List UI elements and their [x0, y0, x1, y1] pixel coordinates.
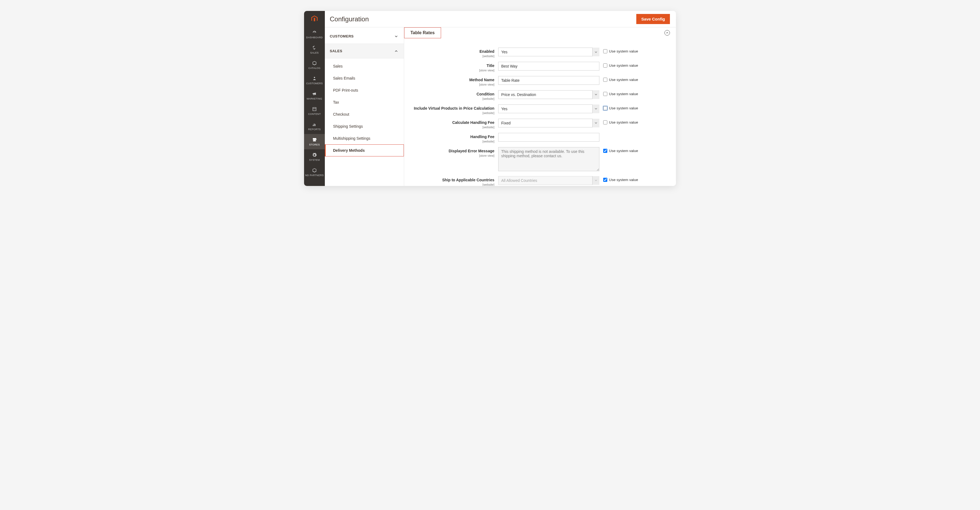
use-system-checkbox-wrap[interactable]: Use system value	[603, 147, 638, 153]
use-system-checkbox-wrap[interactable]: Use system value	[603, 62, 638, 67]
rail-label: REPORTS	[308, 128, 321, 131]
scope-text: [store view]	[407, 83, 495, 86]
title-input[interactable]	[498, 62, 600, 70]
rail-marketing[interactable]: MARKETING	[304, 88, 325, 104]
scope-text: [store view]	[407, 154, 495, 158]
tab-customers[interactable]: CUSTOMERS	[325, 29, 404, 44]
config-tabs: CUSTOMERS SALES Sales Sales Emails PDF P…	[325, 27, 404, 186]
scope-text: [website]	[407, 111, 495, 115]
layout-icon	[312, 107, 317, 112]
use-system-label: Use system value	[609, 49, 638, 53]
subtab-shipping-settings[interactable]: Shipping Settings	[325, 120, 404, 132]
include-virtual-select[interactable]: Yes	[498, 104, 600, 113]
field-row-calc-handling: Calculate Handling Fee [website] Fixed U…	[407, 119, 670, 129]
rail-label: ND PARTNERS	[305, 174, 324, 177]
field-control	[498, 147, 600, 172]
rail-label: DASHBOARD	[306, 36, 323, 39]
label-text: Method Name	[469, 78, 495, 82]
rail-stores[interactable]: STORES	[304, 134, 325, 149]
use-system-checkbox[interactable]	[603, 92, 607, 96]
field-control	[498, 76, 600, 85]
sales-subtabs: Sales Sales Emails PDF Print-outs Tax Ch…	[325, 59, 404, 158]
subtab-sales-emails[interactable]: Sales Emails	[325, 72, 404, 84]
rail-content[interactable]: CONTENT	[304, 104, 325, 119]
label-text: Condition	[477, 92, 495, 96]
use-system-checkbox[interactable]	[603, 64, 607, 67]
subtab-sales[interactable]: Sales	[325, 60, 404, 72]
use-system-checkbox[interactable]	[603, 49, 607, 53]
use-system-checkbox-wrap[interactable]: Use system value	[603, 119, 638, 124]
subtab-checkout[interactable]: Checkout	[325, 108, 404, 120]
admin-rail: DASHBOARD SALES CATALOG CUSTOMERS MARKET…	[304, 11, 325, 186]
use-system-label: Use system value	[609, 64, 638, 67]
handling-fee-input[interactable]	[498, 133, 600, 142]
field-row-handling-fee: Handling Fee [website]	[407, 133, 670, 143]
field-control: Price vs. Destination	[498, 90, 600, 99]
svg-marker-1	[313, 18, 315, 22]
rail-customers[interactable]: CUSTOMERS	[304, 73, 325, 88]
enabled-select[interactable]: Yes	[498, 48, 600, 56]
method-name-input[interactable]	[498, 76, 600, 85]
field-row-include-virtual: Include Virtual Products in Price Calcul…	[407, 104, 670, 115]
rail-sales[interactable]: SALES	[304, 42, 325, 57]
use-system-checkbox[interactable]	[603, 78, 607, 82]
field-label: Title [store view]	[407, 62, 495, 72]
chevron-up-icon	[666, 32, 668, 34]
puzzle-icon	[312, 168, 317, 173]
rail-dashboard[interactable]: DASHBOARD	[304, 27, 325, 42]
use-system-checkbox-wrap[interactable]: Use system value	[603, 176, 638, 182]
field-control: Fixed	[498, 119, 600, 128]
use-system-checkbox-wrap[interactable]: Use system value	[603, 76, 638, 82]
condition-select[interactable]: Price vs. Destination	[498, 90, 600, 99]
field-label: Calculate Handling Fee [website]	[407, 119, 495, 129]
label-text: Handling Fee	[470, 135, 495, 139]
field-control: Yes	[498, 48, 600, 56]
use-system-label: Use system value	[609, 178, 638, 182]
use-system-label: Use system value	[609, 92, 638, 96]
scope-text: [website]	[407, 140, 495, 143]
label-text: Displayed Error Message	[449, 149, 495, 153]
scope-text: [website]	[407, 54, 495, 58]
ship-countries-select: All Allowed Countries	[498, 176, 600, 185]
person-icon	[312, 76, 317, 81]
use-system-checkbox-wrap[interactable]: Use system value	[603, 104, 638, 110]
field-label: Displayed Error Message [store view]	[407, 147, 495, 158]
field-row-error-message: Displayed Error Message [store view] Use…	[407, 147, 670, 172]
scope-text: [website]	[407, 126, 495, 129]
rail-reports[interactable]: REPORTS	[304, 119, 325, 134]
rail-partners[interactable]: ND PARTNERS	[304, 165, 325, 180]
subtab-delivery-methods[interactable]: Delivery Methods	[325, 144, 404, 156]
rail-catalog[interactable]: CATALOG	[304, 57, 325, 73]
field-row-condition: Condition [website] Price vs. Destinatio…	[407, 90, 670, 100]
use-system-checkbox[interactable]	[603, 106, 607, 110]
calc-handling-select[interactable]: Fixed	[498, 119, 600, 128]
label-text: Include Virtual Products in Price Calcul…	[414, 106, 495, 110]
megaphone-icon	[312, 91, 317, 96]
collapse-section-button[interactable]	[665, 30, 670, 35]
dollar-icon	[312, 45, 317, 50]
use-system-checkbox-wrap[interactable]: Use system value	[603, 90, 638, 96]
field-control: All Allowed Countries	[498, 176, 600, 185]
tab-sales[interactable]: SALES	[325, 44, 404, 59]
rail-system[interactable]: SYSTEM	[304, 149, 325, 165]
save-config-button[interactable]: Save Config	[636, 14, 670, 24]
label-text: Title	[487, 64, 495, 68]
label-text: Ship to Applicable Countries	[442, 178, 495, 182]
use-system-checkbox-wrap[interactable]: Use system value	[603, 48, 638, 53]
table-rates-fields: Enabled [website] Yes Use system value	[404, 35, 676, 186]
use-system-checkbox[interactable]	[603, 178, 607, 182]
subtab-pdf-printouts[interactable]: PDF Print-outs	[325, 84, 404, 96]
scope-text: [website]	[407, 97, 495, 100]
rail-label: SALES	[310, 51, 319, 54]
bar-chart-icon	[312, 122, 317, 127]
section-title-table-rates: Table Rates	[404, 27, 441, 38]
use-system-checkbox[interactable]	[603, 149, 607, 153]
use-system-checkbox[interactable]	[603, 120, 607, 124]
page-header: Configuration Save Config	[325, 11, 676, 27]
scope-text: [website]	[407, 183, 495, 186]
subtab-tax[interactable]: Tax	[325, 96, 404, 108]
field-label: Include Virtual Products in Price Calcul…	[407, 104, 495, 115]
use-system-label: Use system value	[609, 106, 638, 110]
label-text: Calculate Handling Fee	[452, 120, 495, 125]
subtab-multishipping-settings[interactable]: Multishipping Settings	[325, 132, 404, 144]
